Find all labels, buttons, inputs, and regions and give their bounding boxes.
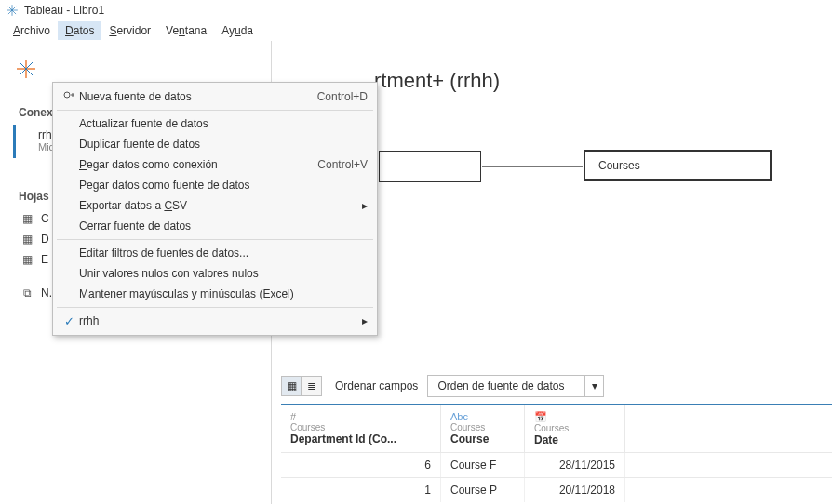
menubar: Archivo Datos Servidor Ventana Ayuda xyxy=(0,20,832,41)
check-icon xyxy=(59,314,79,328)
view-toggle: ▦ ≣ xyxy=(281,376,322,396)
menu-ayuda[interactable]: Ayuda xyxy=(214,21,261,40)
menu-join-nulls[interactable]: Unir valores nulos con valores nulos xyxy=(53,263,377,284)
type-number-icon: # xyxy=(290,411,431,422)
menu-archivo[interactable]: Archivo xyxy=(6,21,58,40)
cell: 6 xyxy=(281,453,441,477)
menu-item-label: Actualizar fuente de datos xyxy=(79,117,368,130)
menu-edit-filters[interactable]: Editar filtros de fuentes de datos... xyxy=(53,243,377,263)
join-line xyxy=(482,166,583,167)
menu-item-label: Editar filtros de fuentes de datos... xyxy=(79,246,368,259)
menu-separator xyxy=(57,307,373,308)
menu-item-label: Duplicar fuente de datos xyxy=(79,138,368,151)
cell: 20/11/2018 xyxy=(525,478,625,502)
menu-separator xyxy=(57,239,373,240)
menu-item-label: Pegar datos como fuente de datos xyxy=(79,179,368,192)
sheet-grid-icon: ▦ xyxy=(20,212,34,225)
view-list-button[interactable]: ≣ xyxy=(302,376,322,396)
titlebar: Tableau - Libro1 xyxy=(0,0,832,20)
menu-maintain-case[interactable]: Mantener mayúsculas y minúsculas (Excel) xyxy=(53,284,377,304)
menu-item-label: Unir valores nulos con valores nulos xyxy=(79,267,368,280)
table-row: 6 Course F 28/11/2015 xyxy=(281,452,832,477)
sheet-grid-icon: ▦ xyxy=(20,253,34,266)
table-row: 1 Course P 20/11/2018 xyxy=(281,477,832,502)
sheet-grid-icon: ▦ xyxy=(20,232,34,245)
menu-datos[interactable]: Datos xyxy=(58,21,101,40)
grid-controls: ▦ ≣ Ordenar campos Orden de fuente de da… xyxy=(281,372,604,400)
table-chip-left[interactable] xyxy=(379,151,481,182)
svg-point-8 xyxy=(64,92,70,98)
menu-paste-as-datasource[interactable]: Pegar datos como fuente de datos xyxy=(53,175,377,195)
menu-close-datasource[interactable]: Cerrar fuente de datos xyxy=(53,216,377,236)
menu-item-label: rrhh xyxy=(79,314,358,327)
grid-icon: ▦ xyxy=(287,379,297,392)
column-name: Department Id (Co... xyxy=(290,432,431,445)
menu-servidor[interactable]: Servidor xyxy=(101,21,158,40)
type-string-icon: Abc xyxy=(450,411,515,422)
sheet-item-label: E xyxy=(41,253,48,266)
menu-datasource-rrhh[interactable]: rrhh ▸ xyxy=(53,311,377,331)
cell: 28/11/2015 xyxy=(525,453,625,477)
menu-item-label: Mantener mayúsculas y minúsculas (Excel) xyxy=(79,287,368,300)
column-source: Courses xyxy=(290,422,431,432)
cell: Course P xyxy=(441,478,525,502)
menu-paste-as-connection[interactable]: Pegar datos como conexión Control+V xyxy=(53,154,377,175)
menu-item-label: Nueva fuente de datos xyxy=(79,90,317,103)
cell: Course F xyxy=(441,453,525,477)
window-title: Tableau - Libro1 xyxy=(24,4,104,17)
cell: 1 xyxy=(281,478,441,502)
data-table: # Courses Department Id (Co... Abc Cours… xyxy=(281,404,832,502)
menu-refresh-datasource[interactable]: Actualizar fuente de datos xyxy=(53,113,377,134)
table-chip-right-label: Courses xyxy=(598,159,640,172)
submenu-arrow-icon: ▸ xyxy=(358,199,368,212)
menu-ventana[interactable]: Ventana xyxy=(158,21,214,40)
menu-duplicate-datasource[interactable]: Duplicar fuente de datos xyxy=(53,134,377,154)
sheet-item-label: D xyxy=(41,232,49,245)
type-date-icon: 📅 xyxy=(534,411,615,423)
datasource-title: rtment+ (rrhh) xyxy=(374,69,500,93)
menu-item-label: Cerrar fuente de datos xyxy=(79,219,368,232)
column-name: Course xyxy=(450,432,515,445)
sheet-item-label: C xyxy=(41,212,49,225)
submenu-arrow-icon: ▸ xyxy=(358,314,368,327)
column-header-1[interactable]: Abc Courses Course xyxy=(441,405,525,452)
tableau-logo-icon xyxy=(6,4,19,17)
column-source: Courses xyxy=(534,423,615,433)
tableau-app-icon xyxy=(15,58,37,80)
menu-item-shortcut: Control+V xyxy=(317,158,368,171)
table-header: # Courses Department Id (Co... Abc Cours… xyxy=(281,404,832,452)
list-icon: ≣ xyxy=(307,379,316,392)
column-header-0[interactable]: # Courses Department Id (Co... xyxy=(281,405,441,452)
order-fields-select[interactable]: Orden de fuente de datos ▾ xyxy=(427,375,604,397)
view-grid-button[interactable]: ▦ xyxy=(281,376,302,396)
column-header-2[interactable]: 📅 Courses Date xyxy=(525,405,625,452)
menu-separator xyxy=(57,110,373,111)
chevron-down-icon: ▾ xyxy=(585,375,604,397)
new-union-icon: ⧉ xyxy=(20,286,34,299)
menu-export-csv[interactable]: Exportar datos a CSV ▸ xyxy=(53,195,377,216)
order-fields-label: Ordenar campos xyxy=(335,379,418,392)
menu-datos-dropdown: Nueva fuente de datos Control+D Actualiz… xyxy=(52,82,378,336)
menu-item-shortcut: Control+D xyxy=(317,90,368,103)
table-chip-right[interactable]: Courses xyxy=(584,150,772,181)
new-datasource-icon xyxy=(59,90,79,103)
menu-item-label: Pegar datos como conexión xyxy=(79,158,317,171)
column-source: Courses xyxy=(450,422,515,432)
menu-item-label: Exportar datos a CSV xyxy=(79,199,358,212)
order-fields-value: Orden de fuente de datos xyxy=(427,375,585,397)
menu-new-datasource[interactable]: Nueva fuente de datos Control+D xyxy=(53,86,377,107)
column-name: Date xyxy=(534,433,615,446)
